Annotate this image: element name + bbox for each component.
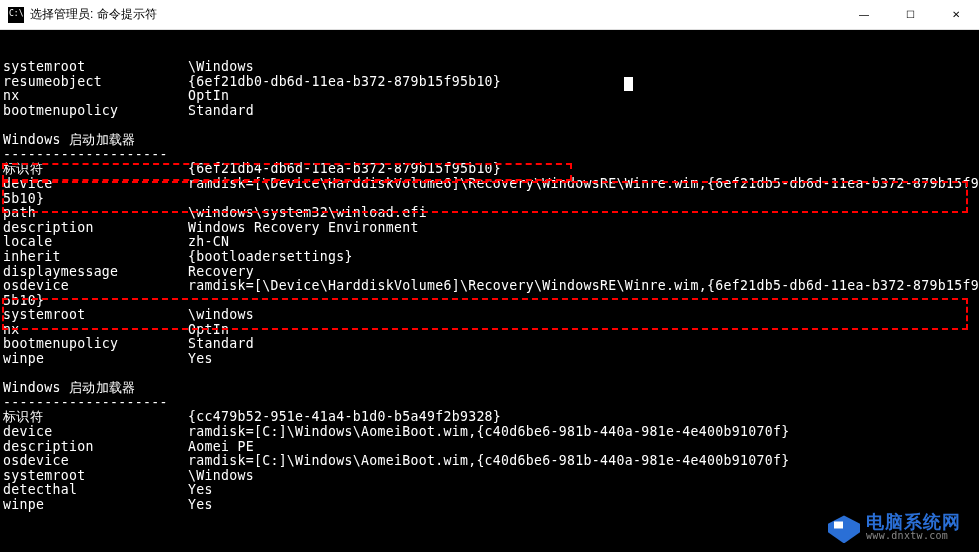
section-underline: -------------------- — [3, 396, 976, 411]
output-value: {6ef21db0-db6d-11ea-b372-879b15f95b10} — [188, 74, 501, 89]
output-key: bootmenupolicy — [3, 104, 188, 119]
output-row: resumeobject{6ef21db0-db6d-11ea-b372-879… — [3, 75, 976, 90]
output-row: detecthalYes — [3, 483, 976, 498]
section-underline: -------------------- — [3, 148, 976, 163]
output-key: osdevice — [3, 454, 188, 469]
output-key: device — [3, 177, 188, 192]
output-key: 标识符 — [3, 162, 188, 177]
output-value: {bootloadersettings} — [188, 249, 353, 264]
output-key: systemroot — [3, 308, 188, 323]
output-row: nxOptIn — [3, 323, 976, 338]
output-key: description — [3, 221, 188, 236]
output-row: 5b10} — [3, 192, 976, 207]
output-value: 5b10} — [3, 191, 44, 206]
window-title: 选择管理员: 命令提示符 — [30, 6, 841, 23]
output-row: displaymessageRecovery — [3, 265, 976, 280]
output-key: winpe — [3, 498, 188, 513]
output-row: systemroot\Windows — [3, 60, 976, 75]
output-row: 5b10} — [3, 294, 976, 309]
output-key: path — [3, 206, 188, 221]
close-button[interactable]: ✕ — [933, 0, 979, 29]
minimize-button[interactable]: — — [841, 0, 887, 29]
output-key: inherit — [3, 250, 188, 265]
blank-line — [3, 119, 976, 134]
output-key: resumeobject — [3, 75, 188, 90]
output-key: description — [3, 440, 188, 455]
watermark: 电脑系统网 www.dnxtw.com — [828, 515, 961, 544]
output-value: Standard — [188, 103, 254, 118]
output-value: ramdisk=[C:]\Windows\AomeiBoot.wim,{c40d… — [188, 424, 790, 439]
output-value: ramdisk=[\Device\HarddiskVolume6]\Recove… — [188, 278, 979, 293]
terminal-output[interactable]: systemroot\Windowsresumeobject{6ef21db0-… — [0, 30, 979, 552]
output-row: descriptionWindows Recovery Environment — [3, 221, 976, 236]
output-key: osdevice — [3, 279, 188, 294]
output-row: localezh-CN — [3, 235, 976, 250]
output-key: 标识符 — [3, 410, 188, 425]
blank-line — [3, 367, 976, 382]
output-key: bootmenupolicy — [3, 337, 188, 352]
output-row: 标识符{cc479b52-951e-41a4-b1d0-b5a49f2b9328… — [3, 410, 976, 425]
output-key: nx — [3, 323, 188, 338]
section-heading: Windows 启动加载器 — [3, 381, 976, 396]
output-value: Yes — [188, 482, 213, 497]
output-row: systemroot\windows — [3, 308, 976, 323]
output-row: descriptionAomei PE — [3, 440, 976, 455]
output-row: bootmenupolicyStandard — [3, 337, 976, 352]
output-row: bootmenupolicyStandard — [3, 104, 976, 119]
output-row: 标识符{6ef21db4-db6d-11ea-b372-879b15f95b10… — [3, 162, 976, 177]
title-bar: 选择管理员: 命令提示符 — ☐ ✕ — [0, 0, 979, 30]
output-value: Recovery — [188, 264, 254, 279]
output-value: Aomei PE — [188, 439, 254, 454]
output-key: device — [3, 425, 188, 440]
window-controls: — ☐ ✕ — [841, 0, 979, 29]
output-value: \windows — [188, 307, 254, 322]
output-key: systemroot — [3, 469, 188, 484]
output-key: winpe — [3, 352, 188, 367]
cmd-icon — [8, 7, 24, 23]
output-value: \windows\system32\winload.efi — [188, 205, 427, 220]
output-value: \Windows — [188, 59, 254, 74]
output-value: ramdisk=[\Device\HarddiskVolume6]\Recove… — [188, 176, 979, 191]
output-row: path\windows\system32\winload.efi — [3, 206, 976, 221]
output-value: Standard — [188, 336, 254, 351]
output-key: detecthal — [3, 483, 188, 498]
output-value: {6ef21db4-db6d-11ea-b372-879b15f95b10} — [188, 161, 501, 176]
output-value: Windows Recovery Environment — [188, 220, 419, 235]
output-value: ramdisk=[C:]\Windows\AomeiBoot.wim,{c40d… — [188, 453, 790, 468]
maximize-button[interactable]: ☐ — [887, 0, 933, 29]
output-row: deviceramdisk=[\Device\HarddiskVolume6]\… — [3, 177, 976, 192]
watermark-title: 电脑系统网 — [866, 515, 961, 530]
output-value: 5b10} — [3, 293, 44, 308]
output-key: locale — [3, 235, 188, 250]
output-value: Yes — [188, 351, 213, 366]
output-row: winpeYes — [3, 498, 976, 513]
output-row: inherit{bootloadersettings} — [3, 250, 976, 265]
watermark-url: www.dnxtw.com — [866, 529, 961, 544]
output-value: \Windows — [188, 468, 254, 483]
output-value: zh-CN — [188, 234, 229, 249]
output-row: deviceramdisk=[C:]\Windows\AomeiBoot.wim… — [3, 425, 976, 440]
output-row: osdeviceramdisk=[\Device\HarddiskVolume6… — [3, 279, 976, 294]
output-value: {cc479b52-951e-41a4-b1d0-b5a49f2b9328} — [188, 409, 501, 424]
output-value: OptIn — [188, 322, 229, 337]
output-key: displaymessage — [3, 265, 188, 280]
output-key: nx — [3, 89, 188, 104]
output-value: OptIn — [188, 88, 229, 103]
output-row: nxOptIn — [3, 89, 976, 104]
output-row: winpeYes — [3, 352, 976, 367]
output-row: osdeviceramdisk=[C:]\Windows\AomeiBoot.w… — [3, 454, 976, 469]
output-row: systemroot\Windows — [3, 469, 976, 484]
output-key: systemroot — [3, 60, 188, 75]
watermark-logo-icon — [828, 515, 860, 543]
cursor — [624, 77, 633, 91]
section-heading: Windows 启动加载器 — [3, 133, 976, 148]
output-value: Yes — [188, 497, 213, 512]
